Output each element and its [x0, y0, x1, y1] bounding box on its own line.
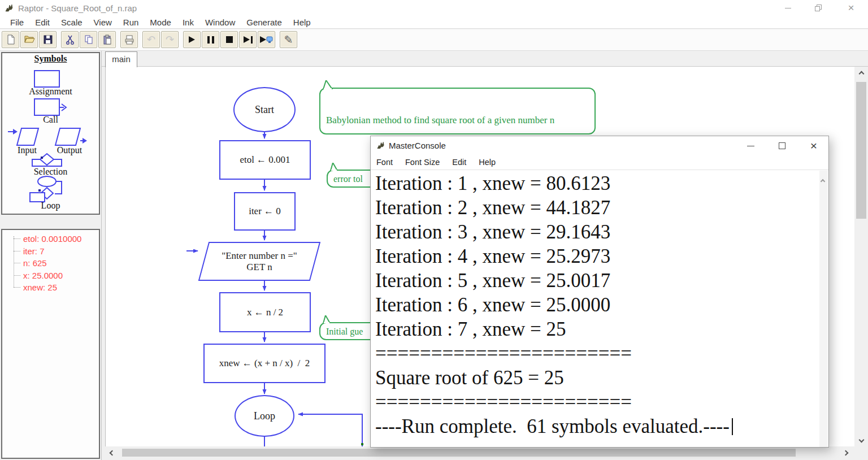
console-line: Iteration : 3 , xnew = 29.1643	[375, 220, 819, 244]
console-separator-line: =======================	[375, 390, 819, 414]
variable-etol[interactable]: etol: 0.0010000	[14, 233, 81, 245]
pause-button[interactable]	[202, 31, 219, 48]
console-output-area[interactable]: Iteration : 1 , xnew = 80.6123 Iteration…	[371, 171, 819, 447]
comment-initial-tail	[322, 315, 331, 323]
menu-run[interactable]: Run	[118, 18, 145, 27]
step-to-call-icon	[260, 36, 266, 43]
step-icon-bar	[251, 36, 253, 44]
symbols-panel	[1, 52, 100, 215]
comment-error-tail	[329, 163, 338, 171]
close-icon: ×	[810, 140, 817, 151]
raptor-app-icon	[5, 3, 15, 13]
tree-stub	[14, 251, 20, 251]
flowchart-assignment-xnew[interactable]: xnew ← (x + n / x) / 2	[203, 344, 326, 383]
assignment-symbol-icon	[34, 71, 59, 87]
menu-help[interactable]: Help	[288, 18, 316, 27]
console-menu-help[interactable]: Help	[479, 158, 496, 167]
undo-button[interactable]: ↶	[142, 31, 160, 48]
flowchart-assignment-x[interactable]: x ← n / 2	[219, 292, 311, 332]
menu-ink[interactable]: Ink	[177, 18, 199, 27]
open-file-button[interactable]	[20, 31, 38, 48]
console-title-bar: MasterConsole ×	[371, 136, 828, 155]
comment-banner[interactable]: Babylonian method to find square root of…	[319, 88, 596, 134]
vertical-scrollbar-thumb[interactable]	[856, 82, 866, 219]
restore-icon	[815, 5, 822, 11]
close-button[interactable]: ×	[841, 2, 861, 14]
play-button[interactable]	[183, 31, 201, 48]
menu-view[interactable]: View	[88, 18, 118, 27]
master-console-window: MasterConsole × Font Font Size Edit Help…	[370, 136, 829, 448]
copy-button[interactable]	[80, 31, 97, 48]
flowchart-start-oval[interactable]: Start	[233, 87, 296, 132]
raptor-console-icon	[376, 140, 386, 150]
symbol-label-selection[interactable]: Selection	[1, 167, 100, 177]
variable-x[interactable]: x: 25.0000	[14, 270, 81, 282]
maximize-icon	[779, 142, 785, 149]
scroll-down-button[interactable]	[857, 435, 866, 444]
console-close-button[interactable]: ×	[802, 138, 825, 153]
scroll-right-button[interactable]	[841, 448, 850, 457]
output-symbol-icon	[55, 128, 80, 145]
minimize-icon	[785, 8, 791, 8]
save-button[interactable]	[39, 31, 57, 48]
menu-generate[interactable]: Generate	[241, 18, 288, 27]
minimize-button[interactable]	[778, 2, 797, 14]
console-scroll-up-button[interactable]	[821, 175, 824, 185]
symbol-label-call[interactable]: Call	[1, 115, 100, 125]
variable-iter-text: iter: 7	[23, 245, 45, 257]
menu-scale[interactable]: Scale	[55, 18, 88, 27]
variable-etol-text: etol: 0.0010000	[23, 233, 81, 245]
restore-button[interactable]	[809, 2, 828, 14]
console-minimize-button[interactable]	[739, 138, 762, 153]
chevron-right-icon	[843, 450, 848, 455]
input-get-line: GET n	[246, 262, 272, 273]
comment-banner-line1: Babylonian method to find square root of…	[326, 115, 589, 126]
variable-iter[interactable]: iter: 7	[14, 245, 81, 258]
stop-button[interactable]	[220, 31, 238, 48]
loop-symbol-icon	[38, 176, 56, 186]
variable-x-text: x: 25.0000	[23, 270, 63, 281]
menu-file[interactable]: File	[5, 18, 29, 27]
scroll-up-button[interactable]	[857, 69, 866, 78]
variable-xnew[interactable]: xnew: 25	[14, 281, 81, 294]
console-window-title: MasterConsole	[389, 141, 446, 150]
menu-window[interactable]: Window	[199, 18, 241, 27]
pause-icon-bar2	[212, 36, 214, 44]
symbol-label-output[interactable]: Output	[45, 145, 94, 155]
print-button[interactable]	[120, 31, 138, 48]
variable-list: etol: 0.0010000 iter: 7 n: 625 x: 25.000…	[14, 233, 81, 294]
horizontal-scrollbar-thumb[interactable]	[122, 449, 796, 457]
console-scrollbar[interactable]	[819, 171, 828, 447]
menu-edit[interactable]: Edit	[29, 18, 55, 27]
ink-pen-button[interactable]: ✎	[280, 31, 297, 48]
input-symbol-icon	[17, 128, 38, 145]
symbol-label-loop[interactable]: Loop	[1, 201, 100, 211]
stop-icon	[226, 36, 233, 43]
new-file-button[interactable]	[2, 31, 19, 48]
scroll-left-button[interactable]	[107, 448, 116, 457]
symbol-label-input[interactable]: Input	[5, 145, 50, 155]
flowchart-assignment-etol[interactable]: etol ← 0.001	[219, 140, 311, 180]
step-button[interactable]	[239, 31, 257, 48]
chevron-down-icon	[858, 437, 864, 442]
variable-xnew-text: xnew: 25	[23, 281, 57, 293]
console-menu-edit[interactable]: Edit	[452, 158, 466, 167]
console-result-line: Square root of 625 = 25	[375, 366, 819, 390]
flowchart-loop-oval[interactable]: Loop	[235, 395, 294, 437]
flowchart-input-text[interactable]: "Enter number n =" GET n	[198, 242, 321, 281]
menu-mode[interactable]: Mode	[144, 18, 177, 27]
tree-stub	[14, 263, 20, 263]
redo-button[interactable]: ↷	[161, 31, 179, 48]
console-menu-font[interactable]: Font	[376, 158, 393, 167]
paste-button[interactable]	[98, 31, 116, 48]
variable-n[interactable]: n: 625	[14, 257, 81, 270]
minimize-icon	[747, 146, 754, 146]
symbol-label-assignment[interactable]: Assignment	[1, 86, 100, 97]
cut-button[interactable]	[61, 31, 79, 48]
variable-n-text: n: 625	[23, 257, 47, 269]
flowchart-assignment-iter[interactable]: iter ← 0	[234, 192, 296, 231]
step-to-call-button[interactable]	[258, 31, 275, 48]
tab-main[interactable]: main	[105, 51, 137, 67]
console-menu-font-size[interactable]: Font Size	[405, 158, 440, 167]
console-maximize-button[interactable]	[771, 138, 793, 153]
